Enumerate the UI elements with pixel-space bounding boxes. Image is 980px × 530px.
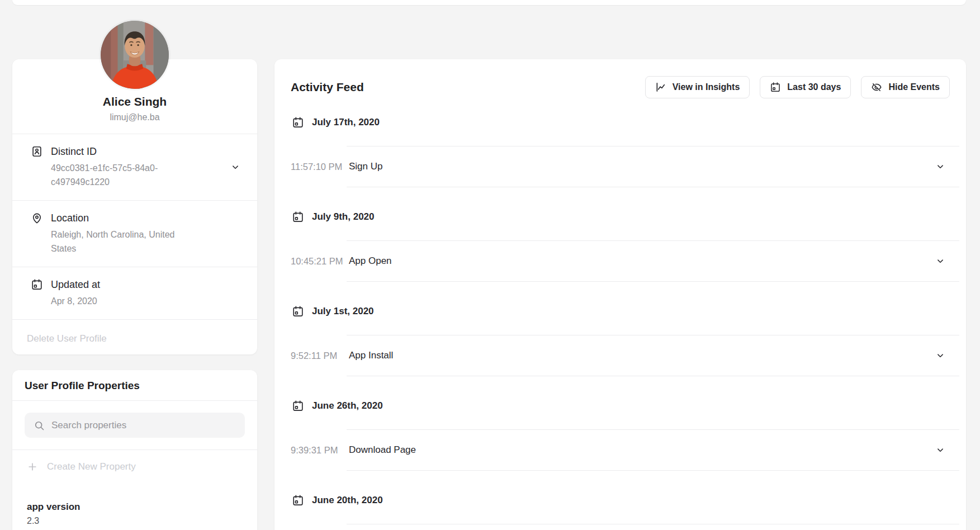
date-header: July 17th, 2020 <box>292 116 959 129</box>
field-label: Updated at <box>51 279 100 291</box>
profile-fields: Distinct ID 49cc0381-e1fc-57c5-84a0-c497… <box>12 134 257 319</box>
calendar-icon <box>292 305 304 318</box>
event-rows: 9:39:31 PM Download Page <box>291 430 959 471</box>
search-icon <box>34 420 45 431</box>
calendar-icon <box>292 494 304 507</box>
button-label: Last 30 days <box>787 82 841 92</box>
feed-toolbar: View in Insights Last 30 days Hide Event… <box>645 76 950 98</box>
activity-feed-header: Activity Feed View in Insights Last 30 d… <box>274 59 966 98</box>
feed-toolbar-button[interactable]: Last 30 days <box>760 76 851 98</box>
chevron-down-icon[interactable] <box>230 162 240 172</box>
chevron-down-icon[interactable] <box>935 256 945 266</box>
event-name: App Open <box>349 255 935 267</box>
user-profile-properties-card: User Profile Properties Create New Prope… <box>12 370 257 530</box>
calendar-icon <box>31 278 43 291</box>
event-rows: 9:52:11 PM App Install <box>291 335 959 376</box>
date-label: June 26th, 2020 <box>312 400 383 411</box>
profile-sidebar: Alice Singh limuj@he.ba Distinct ID 49cc… <box>12 59 257 530</box>
profile-email: limuj@he.ba <box>23 112 246 122</box>
activity-feed-card: Activity Feed View in Insights Last 30 d… <box>274 59 966 530</box>
event-time: 10:45:21 PM <box>291 256 349 267</box>
id-badge-icon <box>31 145 43 158</box>
eye-off-icon <box>871 82 882 93</box>
date-header: July 1st, 2020 <box>292 305 959 318</box>
date-header: June 26th, 2020 <box>292 399 959 413</box>
property-name: app version <box>27 501 243 513</box>
field-value: Raleigh, North Carolina, United States <box>51 228 191 255</box>
feed-date-group: June 26th, 2020 9:39:31 PM Download Page <box>291 399 959 471</box>
event-time: 11:57:10 PM <box>291 162 349 172</box>
date-header: June 20th, 2020 <box>292 494 959 507</box>
event-row[interactable]: 10:45:21 PM App Open <box>291 241 959 281</box>
event-row[interactable]: 11:57:10 PM Sign Up <box>291 146 959 187</box>
search-box[interactable] <box>25 413 245 438</box>
properties-title-row: User Profile Properties <box>12 370 257 400</box>
divider <box>347 524 959 524</box>
property-item: app version 2.3 <box>12 484 257 530</box>
field-label: Location <box>51 212 89 224</box>
date-label: July 17th, 2020 <box>312 117 380 128</box>
properties-search-row <box>12 400 257 449</box>
feed-date-group: July 17th, 2020 11:57:10 PM Sign Up <box>291 116 959 187</box>
profile-field-row: Updated at Apr 8, 2020 <box>12 267 257 319</box>
button-label: View in Insights <box>673 82 740 92</box>
create-new-property-label: Create New Property <box>47 461 136 472</box>
properties-list: app version 2.3 <box>12 484 257 530</box>
delete-user-profile-button[interactable]: Delete User Profile <box>27 333 107 344</box>
profile-card: Alice Singh limuj@he.ba Distinct ID 49cc… <box>12 59 257 354</box>
event-row[interactable]: 9:52:11 PM App Install <box>291 335 959 376</box>
location-icon <box>31 212 43 224</box>
feed-body: July 17th, 2020 11:57:10 PM Sign Up July… <box>274 116 966 524</box>
property-value: 2.3 <box>27 516 243 526</box>
event-row[interactable]: 9:39:31 PM Download Page <box>291 430 959 470</box>
date-label: July 1st, 2020 <box>312 306 374 317</box>
activity-feed-title: Activity Feed <box>291 81 364 94</box>
event-rows: 11:57:10 PM Sign Up <box>291 146 959 187</box>
feed-date-group: June 20th, 2020 <box>291 494 959 524</box>
plus-icon <box>27 461 38 472</box>
top-bar-edge <box>12 0 966 5</box>
divider <box>347 281 959 282</box>
delete-user-profile-row: Delete User Profile <box>12 319 257 354</box>
date-label: June 20th, 2020 <box>312 495 383 506</box>
event-time: 9:52:11 PM <box>291 351 349 361</box>
profile-field-head: Distinct ID <box>31 145 240 158</box>
event-time: 9:39:31 PM <box>291 445 349 456</box>
event-rows: 10:45:21 PM App Open <box>291 241 959 282</box>
divider <box>347 470 959 471</box>
profile-field-row: Distinct ID 49cc0381-e1fc-57c5-84a0-c497… <box>12 134 257 200</box>
feed-date-group: July 9th, 2020 10:45:21 PM App Open <box>291 210 959 282</box>
divider <box>347 187 959 187</box>
calendar-icon <box>292 116 304 129</box>
feed-toolbar-button[interactable]: Hide Events <box>861 76 950 98</box>
calendar-icon <box>292 211 304 223</box>
date-label: July 9th, 2020 <box>312 211 375 223</box>
search-properties-input[interactable] <box>51 420 236 431</box>
event-name: Sign Up <box>349 161 935 172</box>
create-new-property-button[interactable]: Create New Property <box>12 449 257 484</box>
button-label: Hide Events <box>888 82 940 92</box>
event-name: App Install <box>349 350 935 361</box>
profile-field-row: Location Raleigh, North Carolina, United… <box>12 200 257 267</box>
profile-field-head: Location <box>31 212 240 224</box>
chevron-down-icon[interactable] <box>935 162 945 172</box>
divider <box>347 376 959 376</box>
avatar <box>101 21 169 89</box>
event-name: Download Page <box>349 444 935 456</box>
profile-field-head: Updated at <box>31 278 240 291</box>
date-header: July 9th, 2020 <box>292 210 959 224</box>
chevron-down-icon[interactable] <box>935 445 945 455</box>
calendar-icon <box>770 82 781 93</box>
avatar-photo <box>101 21 169 89</box>
field-label: Distinct ID <box>51 146 97 158</box>
field-value: 49cc0381-e1fc-57c5-84a0-c497949c1220 <box>51 161 191 189</box>
calendar-icon <box>292 400 304 412</box>
chevron-down-icon[interactable] <box>935 351 945 361</box>
profile-name: Alice Singh <box>23 95 246 108</box>
field-value: Apr 8, 2020 <box>51 294 191 308</box>
feed-date-group: July 1st, 2020 9:52:11 PM App Install <box>291 305 959 376</box>
feed-toolbar-button[interactable]: View in Insights <box>645 76 750 98</box>
insights-icon <box>655 82 666 93</box>
properties-title: User Profile Properties <box>25 380 140 391</box>
